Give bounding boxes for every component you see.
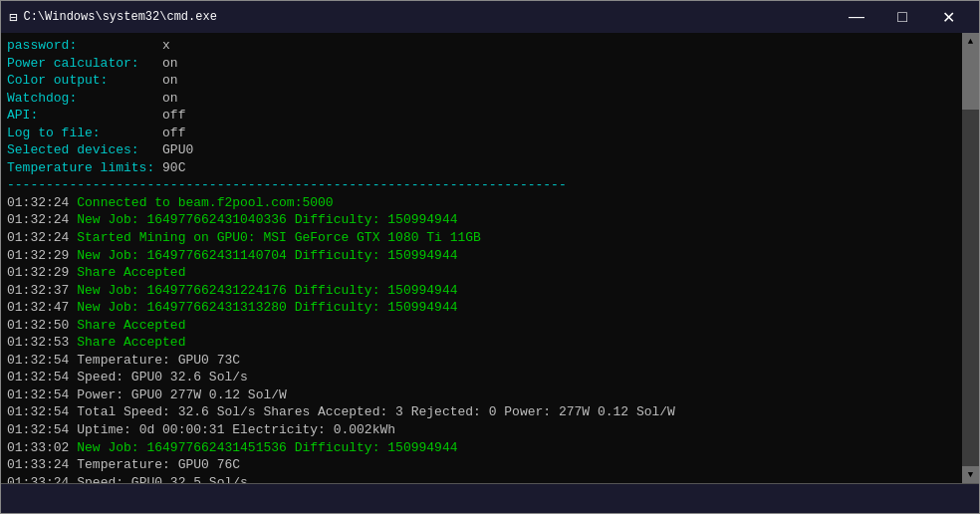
scrollbar[interactable]: ▲ ▼	[962, 33, 979, 483]
scroll-track[interactable]	[962, 50, 979, 466]
terminal-output[interactable]: password: xPower calculator: onColor out…	[1, 33, 962, 483]
terminal-line: Log to file: off	[7, 125, 956, 142]
terminal-line: ----------------------------------------…	[7, 176, 956, 194]
terminal-line: 01:32:50 Share Accepted	[7, 317, 956, 335]
title-bar: ⊟ C:\Windows\system32\cmd.exe — □ ✕	[1, 1, 979, 33]
terminal-line: Temperature limits: 90C	[7, 159, 956, 177]
terminal-line: 01:32:24 Started Mining on GPU0: MSI GeF…	[7, 229, 956, 247]
terminal-line: 01:32:54 Speed: GPU0 32.6 Sol/s	[7, 369, 956, 386]
maximize-button[interactable]: □	[879, 1, 925, 33]
terminal-line: Color output: on	[7, 72, 956, 90]
window-title: C:\Windows\system32\cmd.exe	[23, 10, 834, 24]
terminal-line: 01:32:24 Connected to beam.f2pool.com:50…	[7, 194, 956, 212]
scroll-down-button[interactable]: ▼	[962, 466, 979, 483]
scroll-up-button[interactable]: ▲	[962, 33, 979, 50]
terminal-line: 01:32:24 New Job: 164977662431040336 Dif…	[7, 211, 956, 229]
main-window: ⊟ C:\Windows\system32\cmd.exe — □ ✕ pass…	[0, 0, 980, 514]
terminal-line: Watchdog: on	[7, 90, 956, 108]
terminal-line: 01:32:54 Uptime: 0d 00:00:31 Electricity…	[7, 421, 956, 439]
terminal-line: password: x	[7, 37, 956, 55]
scroll-thumb[interactable]	[962, 50, 979, 110]
taskbar	[1, 483, 979, 513]
terminal-container: password: xPower calculator: onColor out…	[1, 33, 979, 483]
terminal-line: 01:32:29 Share Accepted	[7, 264, 956, 282]
terminal-line: 01:32:37 New Job: 164977662431224176 Dif…	[7, 282, 956, 300]
terminal-line: 01:33:02 New Job: 164977662431451536 Dif…	[7, 439, 956, 457]
terminal-line: 01:33:24 Speed: GPU0 32.5 Sol/s	[7, 474, 956, 483]
minimize-button[interactable]: —	[834, 1, 879, 33]
terminal-line: Selected devices: GPU0	[7, 141, 956, 159]
terminal-line: 01:32:53 Share Accepted	[7, 334, 956, 352]
terminal-line: 01:32:47 New Job: 164977662431313280 Dif…	[7, 299, 956, 317]
close-button[interactable]: ✕	[925, 1, 971, 33]
terminal-line: Power calculator: on	[7, 55, 956, 73]
terminal-line: 01:32:54 Temperature: GPU0 73C	[7, 352, 956, 370]
window-icon: ⊟	[9, 9, 17, 26]
terminal-line: 01:32:54 Power: GPU0 277W 0.12 Sol/W	[7, 386, 956, 404]
terminal-line: 01:33:24 Temperature: GPU0 76C	[7, 456, 956, 474]
terminal-line: 01:32:54 Total Speed: 32.6 Sol/s Shares …	[7, 403, 956, 421]
terminal-line: 01:32:29 New Job: 164977662431140704 Dif…	[7, 247, 956, 265]
terminal-line: API: off	[7, 107, 956, 125]
window-controls: — □ ✕	[834, 1, 971, 33]
